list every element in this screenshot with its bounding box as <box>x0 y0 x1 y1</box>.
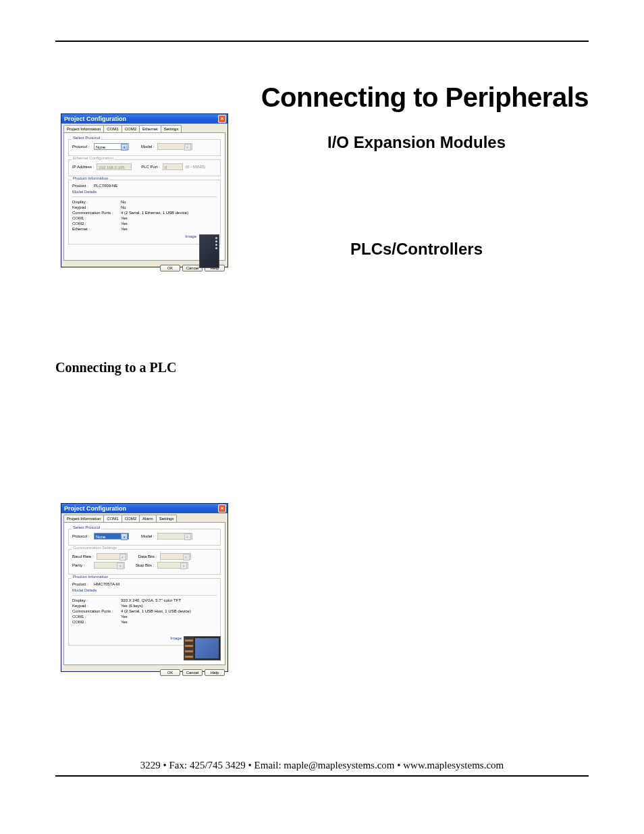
tab-com1[interactable]: COM1 <box>103 125 122 132</box>
group-legend: Select Protocol <box>72 136 101 140</box>
tab-row: Project Information COM1 COM2 Alarm Sett… <box>61 513 227 522</box>
product-information-group: Product Information Product : PLC7000-NE… <box>68 180 221 244</box>
parity-dropdown[interactable] <box>94 562 125 569</box>
tab-settings[interactable]: Settings <box>156 515 178 522</box>
product-value: PLC7000-NE <box>94 184 117 188</box>
product-image-hmc <box>184 636 221 660</box>
dialog-buttons: OK Cancel Help <box>61 667 227 679</box>
detail-value: Yes <box>121 615 217 619</box>
ok-button[interactable]: OK <box>160 669 180 676</box>
ip-address-label: IP Address : <box>72 165 94 169</box>
tab-ethernet[interactable]: Ethernet <box>139 125 161 132</box>
tab-row: Project Information COM1 COM2 Ethernet S… <box>61 124 227 132</box>
model-details-label: Model Details <box>72 190 217 194</box>
tab-project-information[interactable]: Project Information <box>63 125 104 132</box>
detail-label: COM1 : <box>72 615 121 619</box>
dialog-titlebar[interactable]: Project Configuration × <box>61 504 227 513</box>
dialog-title: Project Configuration <box>64 505 126 512</box>
detail-value: Yes <box>121 221 217 226</box>
tab-panel: Select Protocol Protocol : None Model : … <box>63 132 225 261</box>
baud-rate-label: Baud Rate : <box>72 554 94 558</box>
baud-rate-dropdown[interactable] <box>97 553 128 560</box>
model-dropdown[interactable] <box>157 533 192 540</box>
model-label: Model : <box>141 534 155 538</box>
image-label: Image <box>170 636 182 640</box>
detail-label: Communication Ports : <box>72 211 121 215</box>
subheading-io-expansion: I/O Expansion Modules <box>244 133 589 152</box>
subheading-plcs-controllers: PLCs/Controllers <box>244 240 589 259</box>
detail-label: Ethernet : <box>72 227 121 231</box>
product-value: HMC7057A-M <box>94 582 119 586</box>
tab-settings[interactable]: Settings <box>161 125 182 132</box>
separator <box>72 595 217 596</box>
product-label: Product : <box>72 184 91 188</box>
help-button[interactable]: Help <box>205 669 225 676</box>
detail-label: Keypad : <box>72 604 121 608</box>
dialog-titlebar[interactable]: Project Configuration × <box>61 114 227 124</box>
page-title: Connecting to Peripherals <box>55 82 589 113</box>
detail-value: 4 (2 Serial, 1 USB Host, 1 USB device) <box>121 609 217 613</box>
tab-com1[interactable]: COM1 <box>103 515 122 522</box>
separator <box>72 197 217 197</box>
close-button[interactable]: × <box>218 504 226 513</box>
data-bits-label: Data Bits : <box>138 554 157 558</box>
select-protocol-group: Select Protocol Protocol : None Model : <box>68 139 221 156</box>
protocol-label: Protocol : <box>72 534 91 538</box>
detail-value: Yes (6 keys) <box>121 604 217 608</box>
dialog-title: Project Configuration <box>64 115 126 122</box>
project-configuration-dialog-ethernet: Project Configuration × Project Informat… <box>61 113 228 267</box>
plc-port-field[interactable]: 0 <box>163 163 183 170</box>
stop-bits-dropdown[interactable] <box>157 562 188 569</box>
detail-value: Yes <box>121 620 217 624</box>
cancel-button[interactable]: Cancel <box>182 669 203 676</box>
model-details-label: Model Details <box>72 588 217 592</box>
group-legend: Product Information <box>72 176 109 180</box>
product-label: Product : <box>72 582 91 586</box>
tab-project-information[interactable]: Project Information <box>63 515 104 522</box>
detail-label: Keypad : <box>72 205 121 209</box>
detail-value: 4 (2 Serial, 1 Ethernet, 1 USB device) <box>121 211 217 215</box>
model-label: Model : <box>141 145 155 149</box>
ip-address-field[interactable]: 192.168.0.105 <box>97 163 132 170</box>
product-image-plc <box>199 234 219 268</box>
protocol-dropdown[interactable]: None <box>94 143 129 150</box>
port-range-label: (0 - 65535) <box>186 165 205 169</box>
image-label: Image <box>185 234 196 238</box>
model-details-grid: Display :No Keypad :No Communication Por… <box>72 200 217 231</box>
stop-bits-label: Stop Bits : <box>136 563 155 567</box>
group-legend: Communication Settings <box>72 546 118 550</box>
detail-label: Display : <box>72 200 121 204</box>
project-configuration-dialog-com1: Project Configuration × Project Informat… <box>61 503 228 672</box>
detail-value: No <box>121 200 217 204</box>
ok-button[interactable]: OK <box>160 265 180 271</box>
close-button[interactable]: × <box>218 115 226 123</box>
detail-value: No <box>121 205 217 209</box>
data-bits-dropdown[interactable] <box>160 553 191 560</box>
detail-label: Communication Ports : <box>72 609 121 613</box>
protocol-label: Protocol : <box>72 145 91 149</box>
protocol-dropdown[interactable]: None <box>94 533 129 540</box>
page-footer: 3229 • Fax: 425/745 3429 • Email: maple@… <box>55 760 589 777</box>
detail-value: Yes <box>121 216 217 220</box>
tab-com2[interactable]: COM2 <box>122 125 140 132</box>
tab-panel: Select Protocol Protocol : None Model : … <box>63 522 225 665</box>
detail-label: COM1 : <box>72 216 121 220</box>
detail-value: Yes <box>121 227 217 231</box>
detail-label: COM2 : <box>72 620 121 624</box>
product-information-group: Product Information Product : HMC7057A-M… <box>68 578 221 646</box>
tab-com2[interactable]: COM2 <box>122 515 140 522</box>
parity-label: Parity : <box>72 563 91 567</box>
section-heading-connecting-plc: Connecting to a PLC <box>55 360 589 375</box>
detail-label: COM2 : <box>72 221 121 226</box>
detail-label: Display : <box>72 598 121 602</box>
footer-text: 3229 • Fax: 425/745 3429 • Email: maple@… <box>140 760 504 771</box>
tab-alarm[interactable]: Alarm <box>139 515 157 522</box>
group-legend: Product Information <box>72 575 109 579</box>
model-details-grid: Display :320 X 240, QVGA, 5.7" color TFT… <box>72 598 217 624</box>
communication-settings-group: Communication Settings Baud Rate : Data … <box>68 549 221 575</box>
model-dropdown[interactable] <box>157 143 192 150</box>
ethernet-configuration-group: Ethernet Configuration IP Address : 192.… <box>68 159 221 176</box>
plc-port-label: PLC Port : <box>141 165 160 169</box>
group-legend: Ethernet Configuration <box>72 156 115 160</box>
select-protocol-group: Select Protocol Protocol : None Model : <box>68 529 221 546</box>
